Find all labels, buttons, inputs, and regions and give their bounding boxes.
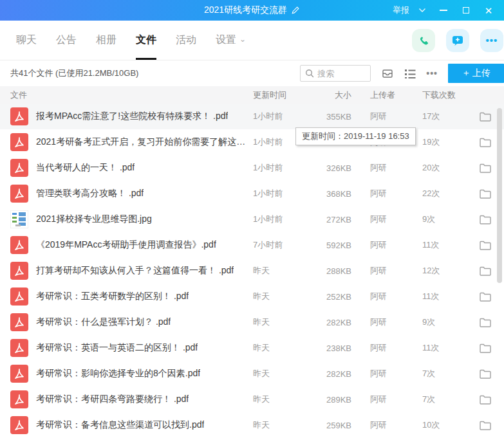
table-row[interactable]: 2021考研备考正式开启，复习开始前你需要了解这些！ ....1小时前356KB… — [0, 129, 504, 155]
table-row[interactable]: 当代考研人的一天！ .pdf1小时前326KB阿研20次 — [0, 155, 504, 181]
tab-album[interactable]: 相册 — [86, 21, 126, 60]
edit-title-icon[interactable] — [291, 6, 300, 15]
table-row[interactable]: 考研常识：五类考研数学的区别！ .pdf昨天252KB阿研11次 — [0, 284, 504, 309]
folder-icon[interactable] — [480, 189, 494, 199]
folder-icon[interactable] — [480, 241, 494, 250]
file-updated-time: 1小时前 — [253, 214, 322, 225]
folder-icon[interactable] — [480, 292, 494, 302]
pdf-file-icon — [10, 262, 28, 280]
folder-icon[interactable] — [480, 266, 494, 276]
file-name: 当代考研人的一天！ .pdf — [36, 162, 135, 174]
folder-icon[interactable] — [480, 215, 494, 224]
file-toolbar: 共41个文件 (已使用21.2MB/10GB) ••• ＋ 上传 — [0, 60, 504, 86]
open-chat-button[interactable] — [446, 29, 469, 52]
file-download-count: 11次 — [422, 342, 480, 354]
tab-settings[interactable]: 设置⌄ — [206, 21, 256, 60]
file-download-count: 7次 — [422, 368, 480, 379]
file-download-count: 10次 — [422, 419, 480, 431]
file-name: 打算考研却不知该从何入手？这篇值得一看！ .pdf — [36, 265, 234, 277]
file-uploader: 阿研 — [351, 111, 422, 122]
file-download-count: 19次 — [422, 136, 480, 148]
file-size: 272KB — [322, 215, 351, 224]
table-row[interactable]: 报考MPAcc需注意了!这些院校有特殊要求！ .pdf1小时前355KB阿研17… — [0, 104, 504, 129]
file-uploader: 阿研 — [351, 265, 422, 277]
upload-button[interactable]: ＋ 上传 — [448, 64, 504, 83]
voice-call-button[interactable] — [412, 29, 435, 52]
table-row[interactable]: 考研常识：什么是强军计划？ .pdf昨天282KB阿研9次 — [0, 309, 504, 335]
file-updated-time: 昨天 — [253, 316, 322, 328]
header-size: 大小 — [322, 89, 351, 101]
file-uploader: 阿研 — [351, 394, 422, 405]
search-input[interactable] — [317, 69, 366, 78]
pdf-file-icon — [10, 390, 28, 408]
file-updated-time: 昨天 — [253, 265, 322, 277]
download-tray-icon[interactable] — [381, 68, 394, 80]
file-download-count: 7次 — [422, 394, 480, 405]
tab-announcement[interactable]: 公告 — [46, 21, 86, 60]
file-download-count: 11次 — [422, 239, 480, 251]
table-row[interactable]: 考研常识：英语一与英语二的区别！ .pdf昨天238KB阿研11次 — [0, 335, 504, 361]
folder-icon[interactable] — [480, 318, 494, 327]
header-updated-time: 更新时间 — [253, 89, 322, 101]
file-uploader: 阿研 — [351, 316, 422, 328]
maximize-icon — [463, 7, 469, 14]
pdf-file-icon — [10, 107, 28, 125]
file-size: 282KB — [322, 369, 351, 379]
table-row[interactable]: 2021择校择专业思维导图.jpg1小时前272KB阿研9次 — [0, 206, 504, 232]
window-title: 2021研线考研交流群 — [204, 5, 287, 16]
folder-icon[interactable] — [480, 343, 494, 353]
plus-icon: ＋ — [462, 68, 471, 79]
file-size: 326KB — [322, 163, 351, 173]
folder-icon[interactable] — [480, 163, 494, 173]
tab-files[interactable]: 文件 — [126, 21, 166, 60]
update-time-tooltip: 更新时间：2019-11-19 16:53 — [295, 127, 416, 145]
folder-icon[interactable] — [480, 395, 494, 405]
table-row[interactable]: 考研常识：影响你选择专业的8个因素.pdf昨天282KB阿研7次 — [0, 361, 504, 387]
pdf-file-icon — [10, 365, 28, 383]
pdf-file-icon — [10, 159, 28, 177]
maximize-button[interactable] — [461, 5, 471, 15]
tab-bar-actions: ••• — [412, 29, 494, 52]
more-actions-button[interactable]: ••• — [480, 29, 503, 52]
titlebar-chevron-down-icon[interactable] — [418, 8, 426, 13]
pdf-file-icon — [10, 416, 28, 434]
file-size: 259KB — [322, 421, 351, 430]
table-row[interactable]: 《2019年MPAcc考研助手使用调查报告》.pdf7小时前592KB阿研11次 — [0, 232, 504, 258]
search-box[interactable] — [300, 65, 371, 82]
file-uploader: 阿研 — [351, 239, 422, 251]
folder-icon[interactable] — [480, 138, 494, 147]
pdf-file-icon — [10, 339, 28, 357]
folder-icon[interactable] — [480, 112, 494, 122]
minimize-button[interactable] — [438, 5, 449, 15]
file-updated-time: 7小时前 — [253, 239, 322, 251]
pdf-file-icon — [10, 133, 28, 151]
report-button[interactable]: 举报 — [393, 5, 409, 16]
pdf-file-icon — [10, 185, 28, 203]
file-updated-time: 1小时前 — [253, 188, 322, 199]
list-view-icon[interactable] — [404, 68, 416, 78]
file-size: 355KB — [322, 112, 351, 122]
file-name: 考研常识：备考信息这些渠道可以找到.pdf — [36, 419, 204, 431]
tab-label: 公告 — [56, 33, 77, 47]
tab-chat[interactable]: 聊天 — [6, 21, 46, 60]
table-row[interactable]: 管理类联考高分攻略！ .pdf1小时前368KB阿研22次 — [0, 181, 504, 206]
tab-bar: 聊天公告相册文件活动设置⌄ ••• — [0, 21, 504, 60]
folder-icon[interactable] — [480, 421, 494, 430]
close-button[interactable]: ✕ — [483, 5, 494, 15]
file-name: 报考MPAcc需注意了!这些院校有特殊要求！ .pdf — [36, 111, 228, 122]
message-plus-icon — [451, 34, 464, 47]
scrollbar-thumb[interactable] — [497, 108, 502, 283]
table-row[interactable]: 考研常识：备考信息这些渠道可以找到.pdf昨天259KB阿研10次 — [0, 412, 504, 438]
minimize-icon — [440, 10, 447, 11]
table-row[interactable]: 打算考研却不知该从何入手？这篇值得一看！ .pdf昨天288KB阿研12次 — [0, 258, 504, 284]
file-download-count: 20次 — [422, 162, 480, 174]
pdf-file-icon — [10, 287, 28, 306]
file-list: 报考MPAcc需注意了!这些院校有特殊要求！ .pdf1小时前355KB阿研17… — [0, 104, 504, 438]
more-options-icon[interactable]: ••• — [426, 68, 438, 78]
file-updated-time: 昨天 — [253, 291, 322, 302]
file-name: 考研常识：英语一与英语二的区别！ .pdf — [36, 342, 198, 354]
folder-icon[interactable] — [480, 369, 494, 379]
title-bar: 2021研线考研交流群 举报 ✕ — [0, 0, 504, 21]
table-row[interactable]: 考研常识：考研四条弯路要绕行！ .pdf昨天289KB阿研7次 — [0, 387, 504, 412]
tab-activity[interactable]: 活动 — [166, 21, 206, 60]
